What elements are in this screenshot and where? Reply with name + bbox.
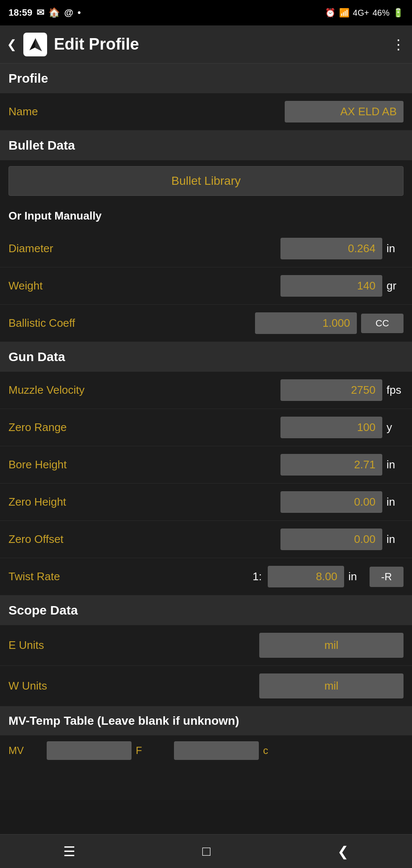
mv-temp-f-input[interactable] xyxy=(174,741,259,760)
signal-icon: 4G+ xyxy=(353,8,369,18)
bore-height-input[interactable] xyxy=(280,454,382,476)
e-units-button[interactable]: mil xyxy=(259,633,404,658)
bore-height-unit: in xyxy=(387,458,404,471)
mv-temp-mv-input[interactable] xyxy=(47,741,132,760)
at-icon: @ xyxy=(64,7,73,18)
profile-section-header: Profile xyxy=(0,64,412,93)
twist-rate-row: Twist Rate 1: in -R xyxy=(0,558,412,595)
content-area: Profile Name Bullet Data Bullet Library … xyxy=(0,64,412,800)
zero-offset-label: Zero Offset xyxy=(8,533,276,546)
status-right-icons: ⏰ 📶 4G+ 46% 🔋 xyxy=(325,8,404,18)
scope-data-section-header: Scope Data xyxy=(0,595,412,625)
logo-icon xyxy=(27,36,44,53)
ballistic-coeff-row: Ballistic Coeff CC xyxy=(0,305,412,342)
zero-range-input[interactable] xyxy=(280,417,382,438)
twist-direction-button[interactable]: -R xyxy=(370,567,404,587)
zero-range-row: Zero Range y xyxy=(0,409,412,446)
home-status-icon: 🏠 xyxy=(48,7,60,18)
nav-home-button[interactable]: □ xyxy=(190,839,223,863)
ballistic-coeff-label: Ballistic Coeff xyxy=(8,317,251,330)
weight-unit: gr xyxy=(387,279,404,292)
zero-height-input[interactable] xyxy=(280,491,382,513)
w-units-row: W Units mil xyxy=(0,666,412,707)
app-bar: ❮ Edit Profile ⋮ xyxy=(0,25,412,64)
mv-temp-mv-label: MV xyxy=(8,745,42,757)
diameter-label: Diameter xyxy=(8,242,276,255)
zero-range-unit: y xyxy=(387,421,404,434)
muzzle-velocity-input[interactable] xyxy=(280,379,382,401)
bore-height-label: Bore Height xyxy=(8,458,276,471)
status-bar: 18:59 ✉ 🏠 @ • ⏰ 📶 4G+ 46% 🔋 xyxy=(0,0,412,25)
zero-offset-unit: in xyxy=(387,533,404,546)
muzzle-velocity-row: Muzzle Velocity fps xyxy=(0,372,412,409)
ballistic-coeff-type-button[interactable]: CC xyxy=(361,314,404,333)
diameter-unit: in xyxy=(387,242,404,255)
ballistic-coeff-input[interactable] xyxy=(255,312,357,334)
zero-height-label: Zero Height xyxy=(8,495,276,509)
twist-rate-input[interactable] xyxy=(268,566,344,587)
bullet-library-button[interactable]: Bullet Library xyxy=(8,166,404,196)
zero-offset-row: Zero Offset in xyxy=(0,521,412,558)
mv-temp-section-header: MV-Temp Table (Leave blank if unknown) xyxy=(0,707,412,735)
weight-input[interactable] xyxy=(280,275,382,297)
zero-offset-input[interactable] xyxy=(280,529,382,550)
or-input-manually-header: Or Input Manually xyxy=(0,202,412,230)
overflow-menu-button[interactable]: ⋮ xyxy=(392,36,405,53)
muzzle-velocity-unit: fps xyxy=(387,384,404,397)
mail-icon: ✉ xyxy=(36,7,44,18)
app-logo xyxy=(23,33,47,56)
battery-icon: 46% xyxy=(373,8,390,18)
back-button[interactable]: ❮ xyxy=(7,37,17,51)
muzzle-velocity-label: Muzzle Velocity xyxy=(8,384,276,397)
svg-marker-1 xyxy=(35,38,42,51)
mv-temp-c-label: c xyxy=(263,745,297,757)
status-time: 18:59 xyxy=(8,7,32,18)
name-input[interactable] xyxy=(285,101,404,122)
bottom-navigation: ☰ □ ❮ xyxy=(0,834,412,868)
name-label: Name xyxy=(8,105,280,118)
zero-height-row: Zero Height in xyxy=(0,484,412,521)
nav-back-button[interactable]: ❮ xyxy=(325,839,362,864)
diameter-input[interactable] xyxy=(280,238,382,259)
name-row: Name xyxy=(0,93,412,131)
nav-menu-button[interactable]: ☰ xyxy=(50,839,88,864)
e-units-row: E Units mil xyxy=(0,625,412,666)
diameter-row: Diameter in xyxy=(0,230,412,267)
w-units-label: W Units xyxy=(8,679,255,693)
alarm-icon: ⏰ xyxy=(325,8,336,18)
twist-rate-unit: in xyxy=(348,570,365,583)
app-title: Edit Profile xyxy=(54,35,139,53)
app-bar-left: ❮ Edit Profile xyxy=(7,33,139,56)
twist-rate-prefix: 1: xyxy=(252,570,262,583)
gun-data-section-header: Gun Data xyxy=(0,342,412,372)
zero-range-label: Zero Range xyxy=(8,421,276,434)
bullet-data-section-header: Bullet Data xyxy=(0,131,412,160)
weight-row: Weight gr xyxy=(0,267,412,305)
wifi-icon: 📶 xyxy=(339,8,350,18)
w-units-button[interactable]: mil xyxy=(259,673,404,698)
status-time-area: 18:59 ✉ 🏠 @ • xyxy=(8,7,81,18)
weight-label: Weight xyxy=(8,279,276,292)
e-units-label: E Units xyxy=(8,639,255,652)
twist-rate-label: Twist Rate xyxy=(8,570,248,583)
mv-temp-f-label: F xyxy=(136,745,170,757)
zero-height-unit: in xyxy=(387,495,404,509)
dot-icon: • xyxy=(78,7,81,18)
battery-visual: 🔋 xyxy=(393,8,404,18)
bore-height-row: Bore Height in xyxy=(0,446,412,484)
mv-temp-data-row: MV F c xyxy=(0,735,412,766)
